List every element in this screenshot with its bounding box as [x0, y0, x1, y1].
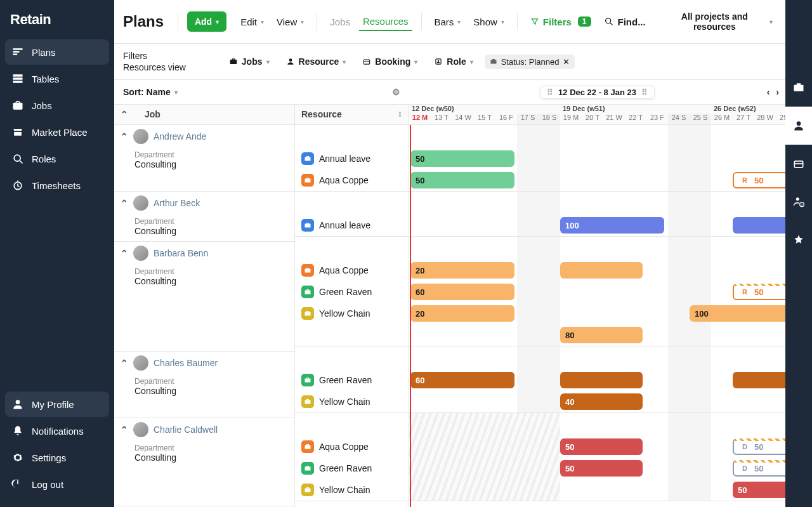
booking-value: 100: [695, 309, 709, 319]
booking-bar[interactable]: [560, 372, 643, 388]
collapse-icon[interactable]: ⌃: [121, 248, 128, 258]
sidebar-item-roles[interactable]: Roles: [5, 146, 109, 171]
job-name: Green Raven: [319, 463, 372, 473]
booking-bar[interactable]: 20: [410, 305, 514, 322]
filters-button[interactable]: Filters 1: [527, 13, 595, 31]
next-button[interactable]: ›: [776, 87, 779, 97]
show-menu[interactable]: Show▾: [469, 13, 508, 31]
booking-bar[interactable]: 80: [560, 327, 643, 343]
resource-header[interactable]: ⌃Arthur Beck: [114, 192, 294, 214]
sidebar-item-logout[interactable]: Log out: [5, 471, 109, 497]
sidebar-item-jobs[interactable]: Jobs: [5, 93, 109, 118]
collapse-icon[interactable]: ⌃: [121, 425, 128, 435]
job-icon: [301, 219, 314, 232]
collapse-icon[interactable]: ⌃: [121, 358, 128, 368]
filter-booking[interactable]: Booking▾: [357, 54, 422, 69]
job-row[interactable]: Aqua Coppe: [295, 169, 409, 191]
sidebar-item-profile[interactable]: My Profile: [5, 392, 109, 417]
job-row[interactable]: Annual leave: [295, 148, 409, 169]
booking-bar[interactable]: 100: [560, 217, 664, 234]
job-row[interactable]: Yellow Chain: [295, 391, 409, 412]
sort-button[interactable]: Sort: Name ▾: [123, 87, 178, 97]
job-row[interactable]: [295, 324, 409, 346]
sidebar-item-timesheets[interactable]: Timesheets: [5, 173, 109, 198]
tab-resources-label: Resources: [363, 16, 409, 27]
tab-jobs[interactable]: Jobs: [326, 13, 354, 31]
sort-label: Sort: Name: [123, 87, 171, 97]
day-label: 17 S: [517, 114, 539, 125]
job-row[interactable]: Yellow Chain: [295, 303, 409, 324]
booking-bar[interactable]: R50: [733, 284, 785, 300]
job-row[interactable]: Aqua Coppe: [295, 436, 409, 458]
booking-bar[interactable]: 50: [410, 172, 514, 188]
prev-button[interactable]: ‹: [767, 87, 770, 97]
booking-bar[interactable]: 50: [410, 150, 514, 167]
collapse-icon[interactable]: ⌃: [121, 198, 128, 208]
add-button[interactable]: Add ▾: [187, 11, 226, 32]
resource-column-header[interactable]: Resource ▲▼: [295, 105, 409, 125]
job-row[interactable]: Yellow Chain: [295, 479, 409, 501]
job-name: Annual leave: [319, 220, 370, 230]
resource-header[interactable]: ⌃Charlie Caldwell: [114, 418, 294, 441]
department-block: DepartmentConsulting: [114, 148, 294, 191]
rail-jobs[interactable]: [785, 69, 812, 107]
rail-person[interactable]: [785, 107, 812, 145]
find-button[interactable]: Find...: [600, 13, 650, 31]
booking-bar[interactable]: [560, 262, 643, 279]
job-row[interactable]: Aqua Coppe: [295, 260, 409, 281]
resource-header[interactable]: ⌃Andrew Ande: [114, 125, 294, 148]
job-name: Yellow Chain: [319, 485, 370, 495]
sidebar-item-plans[interactable]: Plans: [5, 39, 109, 65]
sidebar-item-settings[interactable]: Settings: [5, 445, 109, 470]
job-row[interactable]: Green Raven: [295, 458, 409, 479]
booking-bar[interactable]: 50: [733, 482, 785, 498]
booking-bar[interactable]: 40: [560, 393, 643, 410]
main-area: Plans Add ▾ Edit▾ View▾ Jobs Resources B…: [114, 0, 785, 507]
filter-role[interactable]: Role▾: [429, 54, 478, 69]
booking-bar[interactable]: 60: [410, 372, 514, 388]
tab-resources[interactable]: Resources: [359, 12, 412, 31]
collapse-all-icon[interactable]: ⌃: [121, 109, 128, 119]
resource-header[interactable]: ⌃Barbara Benn: [114, 242, 294, 265]
booking-bar[interactable]: 50: [560, 460, 643, 477]
sidebar-item-tables[interactable]: Tables: [5, 66, 109, 91]
sidebar-item-label: Log out: [32, 479, 63, 490]
job-name: Yellow Chain: [319, 308, 370, 319]
booking-bar[interactable]: R50: [733, 172, 785, 188]
booking-bar[interactable]: 50: [560, 438, 643, 455]
tab-jobs-label: Jobs: [330, 16, 350, 27]
booking-bar[interactable]: D50: [733, 460, 785, 477]
filter-chip-status[interactable]: Status: Planned ✕: [485, 55, 575, 69]
timeline-row: 50R50100: [409, 169, 785, 191]
collapse-icon[interactable]: ⌃: [121, 131, 128, 142]
resource-header[interactable]: ⌃Charles Baumer: [114, 352, 294, 374]
filter-resource[interactable]: Resource▾: [281, 54, 351, 69]
bars-menu[interactable]: Bars▾: [431, 13, 465, 31]
filter-jobs[interactable]: Jobs▾: [224, 54, 275, 69]
booking-bar[interactable]: 60: [410, 284, 514, 300]
rail-star[interactable]: [785, 221, 812, 259]
booking-bar[interactable]: 100: [690, 305, 785, 322]
close-icon[interactable]: ✕: [563, 57, 570, 67]
view-menu[interactable]: View▾: [273, 13, 308, 31]
svg-text:?: ?: [801, 203, 803, 207]
booking-bar[interactable]: [733, 217, 785, 234]
booking-bar[interactable]: 20: [410, 262, 514, 279]
job-icon: [301, 286, 314, 298]
projects-selector[interactable]: All projects and resources▾: [660, 8, 776, 36]
job-name: Yellow Chain: [319, 397, 370, 407]
rail-help-person[interactable]: ?: [785, 183, 812, 221]
booking-bar[interactable]: [733, 372, 785, 388]
job-row[interactable]: Annual leave: [295, 214, 409, 236]
sidebar-item-notifications[interactable]: Notifications: [5, 418, 109, 444]
booking-bar[interactable]: D50: [733, 438, 785, 455]
market-icon: [11, 126, 24, 138]
date-range-button[interactable]: ⠿ 12 Dec 22 - 8 Jan 23 ⠿: [540, 86, 655, 99]
gear-icon[interactable]: ⚙: [392, 87, 400, 97]
rail-booking[interactable]: [785, 145, 812, 183]
edit-menu[interactable]: Edit▾: [237, 13, 268, 31]
sidebar-item-market[interactable]: Market Place: [5, 119, 109, 145]
job-row[interactable]: Green Raven: [295, 281, 409, 303]
svg-rect-2: [13, 54, 18, 56]
job-row[interactable]: Green Raven: [295, 369, 409, 391]
